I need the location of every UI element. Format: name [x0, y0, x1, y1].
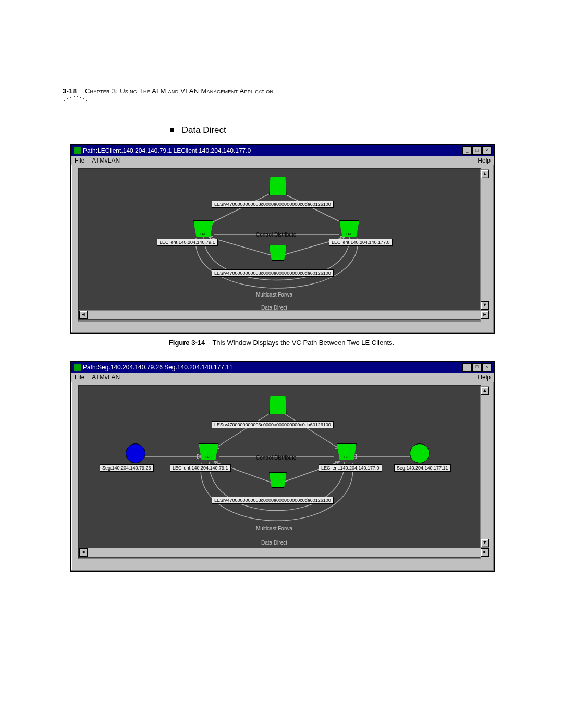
lec-right-label: LEClient.140.204.140.177.0 [319, 464, 382, 472]
bus-node[interactable] [269, 472, 287, 488]
horizontal-scrollbar[interactable]: ◄ ► [79, 310, 489, 319]
menu-file[interactable]: File [75, 157, 84, 164]
svg-point-7 [86, 100, 87, 101]
diagram-canvas-wrap: LESrv4700000000003c0000a000000000c0da601… [75, 385, 491, 566]
vertical-scrollbar[interactable]: ▲ ▼ [480, 169, 489, 310]
maximize-button[interactable]: □ [472, 363, 482, 372]
svg-line-13 [214, 412, 272, 449]
menu-bar: File ATMvLAN Help [71, 373, 494, 382]
window-path-segments: Path:Seg.140.204.140.79.26 Seg.140.204.1… [70, 361, 495, 572]
figure-text: This Window Displays the VC Path Between… [212, 339, 394, 347]
scroll-down-icon[interactable]: ▼ [481, 301, 489, 310]
svg-line-11 [209, 237, 272, 255]
svg-point-6 [83, 98, 84, 99]
close-button[interactable]: × [482, 146, 492, 155]
lec-left-label: LEClient.140.204.140.79.1 [157, 239, 218, 246]
page-number: 3-18 [63, 87, 77, 95]
scroll-up-icon[interactable]: ▲ [481, 170, 489, 178]
segment-left-label: Seg.140.204.140.79.26 [100, 464, 154, 472]
svg-point-1 [67, 98, 68, 99]
menu-atmvlan[interactable]: ATMvLAN [92, 157, 120, 164]
window-titlebar[interactable]: Path:Seg.140.204.140.79.26 Seg.140.204.1… [71, 362, 494, 373]
svg-point-4 [77, 96, 78, 97]
menu-atmvlan[interactable]: ATMvLAN [92, 374, 120, 381]
maximize-button[interactable]: □ [472, 146, 482, 155]
chapter-label: Chapter 3: Using The ATM and VLAN Manage… [85, 87, 273, 95]
segment-right-node[interactable] [410, 443, 430, 463]
window-title-text: Path:Seg.140.204.140.79.26 Seg.140.204.1… [83, 362, 233, 373]
scroll-right-icon[interactable]: ► [481, 548, 489, 557]
bullet-data-direct: Data Direct [170, 125, 226, 135]
minimize-button[interactable]: _ [462, 363, 472, 372]
les-bottom-label: LESrv4700000000003c0000a000000000c0da601… [212, 497, 334, 504]
multicast-forward-label: Multicast Forwa [256, 292, 292, 298]
menu-help[interactable]: Help [478, 374, 491, 381]
horizontal-scrollbar[interactable]: ◄ ► [79, 548, 489, 557]
svg-point-5 [80, 97, 81, 98]
segment-left-node[interactable] [126, 443, 145, 463]
menu-bar: File ATMvLAN Help [71, 156, 494, 165]
data-direct-label: Data Direct [261, 540, 287, 546]
lec-right-label: LEClient.140.204.140.177.0 [329, 239, 393, 246]
window-path-le-clients: Path:LEClient.140.204.140.79.1 LEClient.… [70, 144, 495, 334]
window-title-text: Path:LEClient.140.204.140.79.1 LEClient.… [83, 145, 251, 156]
svg-line-8 [209, 193, 272, 224]
menu-help[interactable]: Help [478, 157, 491, 164]
diagram-canvas-wrap: LESrv4700000000003c0000a000000000c0da601… [75, 168, 491, 329]
scroll-left-icon[interactable]: ◄ [79, 311, 88, 319]
close-button[interactable]: × [482, 363, 492, 372]
segment-right-label: Seg.140.204.140.177.11 [394, 464, 451, 472]
menu-file[interactable]: File [75, 374, 84, 381]
svg-point-3 [74, 96, 75, 97]
divider-dots [63, 95, 94, 104]
les-bottom-label: LESrv4700000000003c0000a000000000c0da601… [212, 269, 334, 277]
window-titlebar[interactable]: Path:LEClient.140.204.140.79.1 LEClient.… [71, 145, 494, 156]
lec-right-node[interactable]: LEC [339, 220, 359, 237]
scroll-up-icon[interactable]: ▲ [481, 387, 489, 395]
lec-left-node[interactable]: LEC [199, 443, 218, 460]
diagram-canvas[interactable]: LESrv4700000000003c0000a000000000c0da601… [78, 385, 481, 559]
scroll-left-icon[interactable]: ◄ [79, 548, 88, 557]
minimize-button[interactable]: _ [462, 146, 472, 155]
ltles-node[interactable] [269, 177, 287, 195]
vertical-scrollbar[interactable]: ▲ ▼ [480, 386, 489, 548]
lec-left-label: LEClient.140.204.140.79.1 [170, 464, 231, 472]
les-top-label: LESrv4700000000003c0000a000000000c0da601… [212, 421, 334, 428]
bullet-text: Data Direct [182, 125, 226, 135]
control-distribute-label: Control Distribute [256, 455, 296, 461]
svg-line-14 [282, 412, 339, 449]
app-icon [74, 147, 81, 154]
control-distribute-label: Control Distribute [256, 232, 296, 238]
page: 3-18 Chapter 3: Using The ATM and VLAN M… [0, 0, 563, 728]
diagram-canvas[interactable]: LESrv4700000000003c0000a000000000c0da601… [78, 168, 481, 322]
multicast-forward-label: Multicast Forwa [256, 526, 292, 532]
lec-right-node[interactable]: LEC [337, 443, 357, 460]
figure-number: Figure 3-14 [169, 339, 205, 347]
lec-left-node[interactable]: LEC [193, 220, 213, 237]
app-icon [74, 364, 81, 371]
scroll-right-icon[interactable]: ► [481, 311, 489, 319]
figure-caption-3-14: Figure 3-14 This Window Displays the VC … [136, 339, 427, 347]
svg-line-9 [282, 193, 345, 224]
scroll-down-icon[interactable]: ▼ [481, 539, 489, 547]
les-top-label: LESrv4700000000003c0000a000000000c0da601… [212, 201, 334, 208]
svg-point-2 [70, 97, 71, 98]
running-header: 3-18 Chapter 3: Using The ATM and VLAN M… [63, 87, 273, 95]
bullet-square-icon [170, 128, 174, 132]
svg-point-0 [64, 100, 65, 101]
bus-node[interactable] [269, 245, 287, 261]
ltles-node[interactable] [269, 396, 287, 414]
